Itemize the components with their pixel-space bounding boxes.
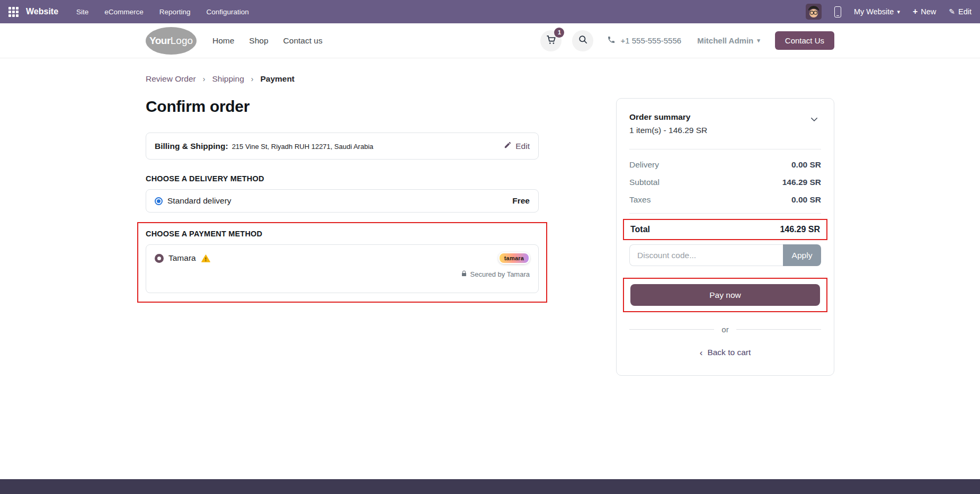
search-button[interactable] xyxy=(572,30,593,51)
phone-number: +1 555-555-5556 xyxy=(620,36,681,45)
delivery-option-standard[interactable]: Standard delivery Free xyxy=(146,189,539,213)
summary-row-subtotal: Subtotal 146.29 SR xyxy=(629,178,821,187)
summary-divider xyxy=(629,149,821,149)
total-highlight-box: Total 146.29 SR xyxy=(623,219,827,240)
topbar-menu-ecommerce[interactable]: eCommerce xyxy=(104,8,144,16)
mobile-preview-icon[interactable] xyxy=(834,6,841,17)
secured-by-note: Secured by Tamara xyxy=(470,270,530,278)
discount-code-input[interactable] xyxy=(629,244,783,266)
pencil-icon xyxy=(504,141,512,151)
billing-address: 215 Vine St, Riyadh RUH 12271, Saudi Ara… xyxy=(232,143,373,151)
breadcrumb-link-shipping[interactable]: Shipping xyxy=(212,74,244,84)
header-phone[interactable]: +1 555-555-5556 xyxy=(607,36,681,46)
topbar-menu-configuration[interactable]: Configuration xyxy=(206,8,248,16)
summary-divider xyxy=(629,213,821,214)
new-button[interactable]: + New xyxy=(913,7,936,16)
back-chevron-icon: ‹ xyxy=(700,348,703,357)
payment-option-tamara[interactable]: Tamara tamara xyxy=(146,244,539,293)
order-summary-card: Order summary 1 item(s) - 146.29 SR Deli… xyxy=(616,98,834,376)
back-to-cart-link[interactable]: ‹ Back to cart xyxy=(629,348,821,357)
contact-us-button[interactable]: Contact Us xyxy=(775,31,834,50)
topbar-brand-website[interactable]: Website xyxy=(26,7,58,16)
site-logo[interactable]: YourLogo xyxy=(146,27,197,55)
warning-icon xyxy=(201,254,210,262)
payment-section-highlight-box: CHOOSE A PAYMENT METHOD Tamara tamara xyxy=(137,222,547,303)
pencil-icon: ✎ xyxy=(949,7,955,16)
search-icon xyxy=(578,34,588,47)
pay-now-highlight-box: Pay now xyxy=(623,278,827,312)
edit-address-button[interactable]: Edit xyxy=(504,141,530,151)
breadcrumb-link-review-order[interactable]: Review Order xyxy=(146,74,196,84)
payment-method-heading: CHOOSE A PAYMENT METHOD xyxy=(146,230,539,238)
apps-grid-icon[interactable] xyxy=(8,7,19,17)
or-divider: or xyxy=(629,325,821,334)
admin-topbar: Website Site eCommerce Reporting Configu… xyxy=(0,0,980,23)
breadcrumb-separator-icon: › xyxy=(203,75,206,83)
payment-option-label: Tamara xyxy=(168,253,196,263)
summary-row-taxes: Taxes 0.00 SR xyxy=(629,195,821,205)
nav-home[interactable]: Home xyxy=(212,36,234,46)
breadcrumb: Review Order › Shipping › Payment xyxy=(146,74,539,84)
topbar-menu-site[interactable]: Site xyxy=(76,8,88,16)
cart-badge: 1 xyxy=(554,28,564,38)
total-value: 146.29 SR xyxy=(780,225,820,234)
pay-now-button[interactable]: Pay now xyxy=(630,284,820,306)
page-title: Confirm order xyxy=(146,98,539,116)
lock-icon xyxy=(461,270,467,278)
standard-delivery-radio[interactable] xyxy=(155,197,163,205)
delivery-price: Free xyxy=(512,196,530,206)
edit-button[interactable]: ✎ Edit xyxy=(949,7,972,16)
delivery-method-heading: CHOOSE A DELIVERY METHOD xyxy=(146,174,539,183)
nav-contact-us[interactable]: Contact us xyxy=(283,36,323,46)
order-summary-title: Order summary xyxy=(629,112,707,122)
delivery-option-label: Standard delivery xyxy=(167,196,231,206)
user-menu[interactable]: Mitchell Admin ▾ xyxy=(697,36,760,45)
collapse-chevron-icon[interactable] xyxy=(807,112,821,128)
site-header: YourLogo Home Shop Contact us 1 xyxy=(0,23,980,58)
breadcrumb-current-payment: Payment xyxy=(260,74,295,84)
plus-icon: + xyxy=(913,7,917,16)
apply-button[interactable]: Apply xyxy=(783,244,821,266)
user-avatar[interactable] xyxy=(806,4,822,20)
tamara-radio[interactable] xyxy=(155,254,164,263)
topbar-menu-reporting[interactable]: Reporting xyxy=(159,8,191,16)
caret-down-icon: ▾ xyxy=(897,8,900,15)
summary-row-delivery: Delivery 0.00 SR xyxy=(629,160,821,170)
phone-icon xyxy=(607,36,616,46)
order-summary-items-line: 1 item(s) - 146.29 SR xyxy=(629,126,707,135)
total-label: Total xyxy=(630,225,650,234)
tamara-provider-badge: tamara xyxy=(498,252,530,264)
billing-label: Billing & Shipping: xyxy=(155,142,228,151)
caret-down-icon: ▾ xyxy=(757,37,760,44)
main-nav: Home Shop Contact us xyxy=(212,36,323,46)
footer-bar xyxy=(0,479,980,494)
website-switcher[interactable]: My Website ▾ xyxy=(854,7,900,16)
cart-button[interactable]: 1 xyxy=(540,30,562,51)
breadcrumb-separator-icon: › xyxy=(251,75,254,83)
billing-shipping-card: Billing & Shipping: 215 Vine St, Riyadh … xyxy=(146,133,539,160)
nav-shop[interactable]: Shop xyxy=(249,36,268,46)
